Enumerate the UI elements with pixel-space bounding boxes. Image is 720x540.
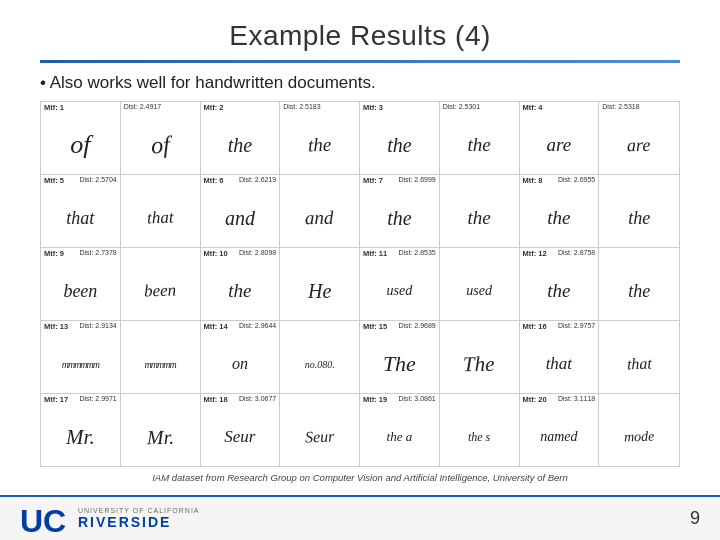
- cell-word: are: [599, 116, 679, 174]
- cell-header: [121, 248, 200, 262]
- cell-header: Mtf: 9 Dist: 2.7378: [41, 248, 120, 262]
- footer: UC UNIVERSITY OF CALIFORNIA RIVERSIDE 9: [0, 495, 720, 540]
- grid-cell: mmmmm: [121, 321, 201, 393]
- grid-cell: Dist: 2.5183 the: [280, 102, 360, 174]
- cell-header: [599, 175, 679, 189]
- cell-header: Dist: 2.4917: [121, 102, 200, 116]
- grid-cell: mode: [599, 394, 679, 466]
- grid-cell: Mtf: 1 of: [41, 102, 121, 174]
- grid-cell: Mtf: 18 Dist: 3.0677 Seur: [201, 394, 281, 466]
- cell-header: Mtf: 11 Dist: 2.8535: [360, 248, 439, 262]
- cell-header: [121, 394, 200, 408]
- riverside-logo: UNIVERSITY OF CALIFORNIA RIVERSIDE: [78, 507, 200, 530]
- cell-word: named: [520, 408, 599, 466]
- cell-word: been: [121, 262, 200, 320]
- cell-word: of: [121, 116, 200, 174]
- cell-header: Mtf: 1: [41, 102, 120, 116]
- cell-header: Mtf: 20 Dist: 3.1118: [520, 394, 599, 408]
- cell-word: the: [201, 262, 280, 320]
- page-number: 9: [690, 508, 700, 529]
- grid-cell: used: [440, 248, 520, 320]
- grid-cell: Mtf: 12 Dist: 2.8758 the: [520, 248, 600, 320]
- cell-header: Dist: 2.5318: [599, 102, 679, 116]
- cell-word: on: [201, 335, 280, 393]
- cell-word: that: [41, 189, 120, 247]
- slide-subtitle: • Also works well for handwritten docume…: [40, 73, 680, 93]
- cell-header: [280, 321, 359, 335]
- grid-row: Mtf: 5 Dist: 2.5704 that that Mtf: 6 Dis…: [41, 175, 679, 248]
- cell-word: the a: [360, 408, 439, 466]
- cell-word: Seur: [280, 408, 359, 466]
- cell-word: the: [201, 116, 280, 174]
- cell-header: Mtf: 15 Dist: 2.9689: [360, 321, 439, 335]
- cell-header: [440, 394, 519, 408]
- uc-logo-icon: UC: [20, 500, 70, 538]
- cell-header: Mtf: 19 Dist: 3.0861: [360, 394, 439, 408]
- grid-cell: Mtf: 10 Dist: 2.8098 the: [201, 248, 281, 320]
- riverside-label: RIVERSIDE: [78, 514, 200, 530]
- cell-header: Mtf: 2: [201, 102, 280, 116]
- cell-word: the s: [440, 408, 519, 466]
- cell-word: He: [280, 262, 359, 320]
- cell-header: Mtf: 4: [520, 102, 599, 116]
- cell-header: Mtf: 10 Dist: 2.8098: [201, 248, 280, 262]
- cell-word: the: [520, 262, 599, 320]
- results-grid: Mtf: 1 of Dist: 2.4917 of Mtf: 2: [40, 101, 680, 467]
- cell-header: [599, 394, 679, 408]
- cell-header: Mtf: 5 Dist: 2.5704: [41, 175, 120, 189]
- grid-row: Mtf: 1 of Dist: 2.4917 of Mtf: 2: [41, 102, 679, 175]
- cell-header: Mtf: 17 Dist: 2.9971: [41, 394, 120, 408]
- cell-header: [440, 175, 519, 189]
- svg-text:UC: UC: [20, 503, 66, 538]
- cell-word: The: [360, 335, 439, 393]
- cell-word: Seur: [201, 408, 280, 466]
- cell-header: Mtf: 7 Dist: 2.6999: [360, 175, 439, 189]
- grid-cell: Mtf: 17 Dist: 2.9971 Mr.: [41, 394, 121, 466]
- grid-cell: Mtf: 16 Dist: 2.9757 that: [520, 321, 600, 393]
- grid-cell: been: [121, 248, 201, 320]
- cell-word: used: [360, 262, 439, 320]
- grid-cell: no.080.: [280, 321, 360, 393]
- cell-word: Mr.: [121, 408, 200, 466]
- cell-word: the: [520, 189, 599, 247]
- cell-word: the: [440, 116, 519, 174]
- logo-area: UC UNIVERSITY OF CALIFORNIA RIVERSIDE: [20, 500, 200, 538]
- cell-header: Mtf: 14 Dist: 2.9644: [201, 321, 280, 335]
- cell-word: the: [360, 189, 439, 247]
- cell-header: Mtf: 18 Dist: 3.0677: [201, 394, 280, 408]
- cell-word: that: [121, 189, 200, 247]
- grid-cell: Mtf: 2 the: [201, 102, 281, 174]
- grid-row: Mtf: 13 Dist: 2.9134 mmmmmm mmmmm Mtf: 1…: [41, 321, 679, 394]
- cell-header: [280, 394, 359, 408]
- university-label: UNIVERSITY OF CALIFORNIA: [78, 507, 200, 514]
- grid-cell: Mtf: 15 Dist: 2.9689 The: [360, 321, 440, 393]
- slide-title: Example Results (4): [40, 20, 680, 52]
- cell-header: Mtf: 8 Dist: 2.6955: [520, 175, 599, 189]
- cell-word: and: [201, 189, 280, 247]
- grid-cell: Dist: 2.5301 the: [440, 102, 520, 174]
- grid-cell: Mtf: 20 Dist: 3.1118 named: [520, 394, 600, 466]
- cell-header: Mtf: 12 Dist: 2.8758: [520, 248, 599, 262]
- cell-word: the: [599, 262, 679, 320]
- grid-cell: Mtf: 6 Dist: 2.6219 and: [201, 175, 281, 247]
- slide-caption: IAM dataset from Research Group on Compu…: [40, 472, 680, 483]
- grid-cell: that: [599, 321, 679, 393]
- grid-cell: The: [440, 321, 520, 393]
- cell-word: The: [440, 335, 519, 393]
- cell-header: [440, 321, 519, 335]
- cell-header: Mtf: 16 Dist: 2.9757: [520, 321, 599, 335]
- grid-cell: that: [121, 175, 201, 247]
- cell-word: of: [41, 116, 120, 174]
- cell-header: [121, 321, 200, 335]
- grid-cell: Mtf: 3 the: [360, 102, 440, 174]
- cell-header: Mtf: 13 Dist: 2.9134: [41, 321, 120, 335]
- cell-header: [280, 175, 359, 189]
- grid-cell: the: [440, 175, 520, 247]
- grid-cell: He: [280, 248, 360, 320]
- grid-cell: Dist: 2.4917 of: [121, 102, 201, 174]
- blue-divider: [40, 60, 680, 63]
- cell-word: Mr.: [41, 408, 120, 466]
- grid-cell: Mtf: 5 Dist: 2.5704 that: [41, 175, 121, 247]
- grid-cell: Dist: 2.5318 are: [599, 102, 679, 174]
- cell-word: are: [520, 116, 599, 174]
